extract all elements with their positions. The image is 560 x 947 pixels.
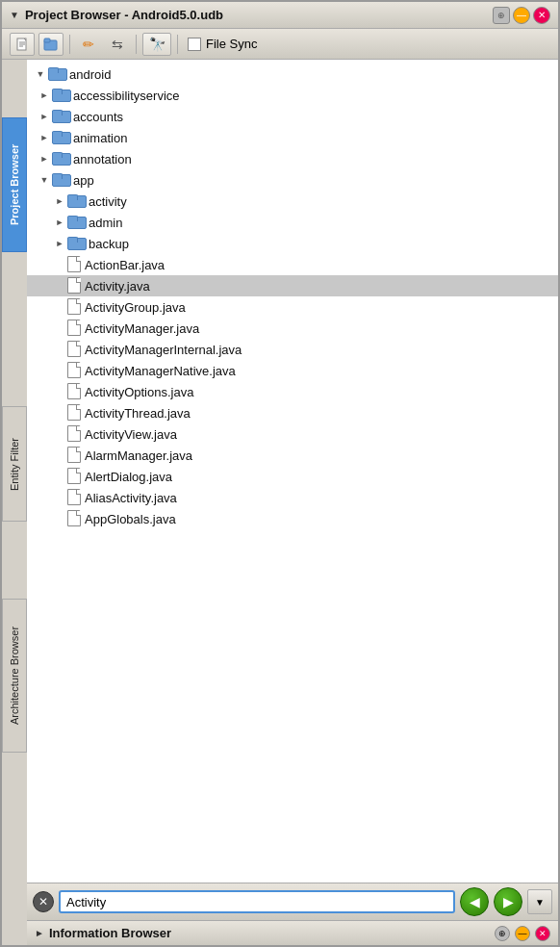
- tree-label-accounts: accounts: [73, 110, 123, 124]
- tree-item-activity-folder[interactable]: ► activity: [27, 191, 558, 212]
- tree-item-accounts[interactable]: ► accounts: [27, 106, 558, 127]
- title-arrow: ▼: [10, 10, 19, 20]
- tree-item-activity-java[interactable]: ► Activity.java: [27, 275, 558, 296]
- window-title: Project Browser - Android5.0.udb: [25, 8, 487, 22]
- open-file-button[interactable]: [38, 33, 64, 56]
- info-icon-1[interactable]: ⊕: [495, 926, 510, 941]
- close-button[interactable]: ✕: [533, 7, 550, 24]
- info-icon-2[interactable]: —: [515, 926, 530, 941]
- tree-label-activitymanager: ActivityManager.java: [85, 321, 199, 336]
- file-icon-actionbar: [67, 257, 81, 272]
- file-icon-activityview: [67, 426, 81, 442]
- tree-label-animation: animation: [73, 131, 127, 145]
- file-icon-aliasactivity: [67, 490, 81, 505]
- tree-item-activityview[interactable]: ► ActivityView.java: [27, 423, 558, 445]
- folder-icon-activity: [67, 194, 85, 208]
- sidebar-item-entity-filter[interactable]: Entity Filter: [2, 406, 27, 522]
- toolbar: ✏ ⇆ 🔭 File Sync: [2, 29, 558, 60]
- folder-icon-admin: [67, 216, 85, 229]
- tree-item-actionbar[interactable]: ► ActionBar.java: [27, 254, 558, 275]
- tree-arrow-admin: ►: [54, 217, 65, 228]
- db-icon-btn[interactable]: ⊕: [493, 7, 510, 24]
- tree-item-activitymanagernative[interactable]: ► ActivityManagerNative.java: [27, 360, 558, 381]
- file-sync-checkbox[interactable]: [188, 38, 201, 51]
- toolbar-sep-2: [136, 35, 137, 54]
- info-browser-title: Information Browser: [49, 926, 490, 940]
- search-button[interactable]: 🔭: [142, 33, 171, 56]
- edit-button[interactable]: ✏: [76, 33, 101, 56]
- left-arrow-icon: ◀: [470, 894, 480, 909]
- tree-label-activitythread: ActivityThread.java: [85, 406, 191, 421]
- tree-item-android[interactable]: ▼ android: [27, 64, 558, 85]
- info-icon-3[interactable]: ✕: [535, 926, 550, 941]
- tree-label-activitymanagerinternal: ActivityManagerInternal.java: [85, 343, 242, 357]
- toolbar-sep-3: [177, 35, 178, 54]
- tree-item-activitymanagerinternal[interactable]: ► ActivityManagerInternal.java: [27, 339, 558, 360]
- prev-nav-button[interactable]: ◀: [460, 887, 489, 916]
- content-area: ▼ android ► accessibilityservice ► accou…: [27, 60, 558, 945]
- tree-item-accessibilityservice[interactable]: ► accessibilityservice: [27, 85, 558, 106]
- tree-label-alarmmanager: AlarmManager.java: [85, 448, 192, 463]
- tree-label-aliasactivity: AliasActivity.java: [85, 491, 177, 505]
- tree-item-annotation[interactable]: ► annotation: [27, 148, 558, 169]
- tree-item-activityoptions[interactable]: ► ActivityOptions.java: [27, 381, 558, 402]
- file-icon-activity-java: [67, 278, 81, 294]
- tree-item-activitythread[interactable]: ► ActivityThread.java: [27, 402, 558, 423]
- cancel-icon: ✕: [38, 895, 48, 909]
- minimize-button[interactable]: —: [513, 7, 530, 24]
- left-tab-panel: Project Browser Entity Filter Architectu…: [2, 60, 27, 945]
- folder-icon-app: [52, 173, 69, 187]
- tree-label-admin: admin: [89, 216, 122, 230]
- tree-item-admin[interactable]: ► admin: [27, 212, 558, 233]
- tree-label-activitygroup: ActivityGroup.java: [85, 300, 186, 315]
- file-icon-activitythread: [67, 405, 81, 421]
- tree-arrow-android: ▼: [35, 68, 46, 80]
- tree-arrow-annotation: ►: [38, 153, 50, 165]
- search-bar: ✕ ◀ ▶ ▼: [27, 883, 558, 920]
- tree-arrow-animation: ►: [38, 132, 50, 143]
- tree-label-alertdialog: AlertDialog.java: [85, 470, 172, 484]
- file-icon-activitymanagernative: [67, 363, 81, 378]
- tree-item-app[interactable]: ▼ app: [27, 169, 558, 191]
- file-icon-alarmmanager: [67, 448, 81, 463]
- toolbar-sep-1: [69, 35, 70, 54]
- folder-icon-animation: [52, 131, 69, 144]
- tree-item-activitygroup[interactable]: ► ActivityGroup.java: [27, 296, 558, 318]
- tree-label-annotation: annotation: [73, 152, 132, 166]
- next-nav-button[interactable]: ▶: [494, 887, 522, 916]
- new-file-button[interactable]: [10, 33, 35, 56]
- tree-item-alertdialog[interactable]: ► AlertDialog.java: [27, 466, 558, 487]
- tree-item-alarmmanager[interactable]: ► AlarmManager.java: [27, 445, 558, 466]
- tree-item-appglobals[interactable]: ► AppGlobals.java: [27, 508, 558, 529]
- chevron-down-icon: ▼: [535, 897, 545, 908]
- file-icon-activitymanager: [67, 320, 81, 336]
- sidebar-item-architecture-browser[interactable]: Architecture Browser: [2, 599, 27, 753]
- compare-button[interactable]: ⇆: [105, 33, 130, 56]
- svg-rect-6: [44, 38, 50, 42]
- tree-label-activityview: ActivityView.java: [85, 427, 177, 442]
- title-bar-icons: ⊕ — ✕: [493, 7, 550, 24]
- tree-label-appglobals: AppGlobals.java: [85, 512, 176, 526]
- info-browser-arrow: ►: [35, 928, 44, 938]
- tree-label-android: android: [69, 67, 111, 82]
- tree-item-activitymanager[interactable]: ► ActivityManager.java: [27, 318, 558, 339]
- more-options-button[interactable]: ▼: [527, 889, 552, 914]
- search-input[interactable]: [59, 890, 455, 913]
- search-cancel-button[interactable]: ✕: [33, 891, 54, 912]
- tree-item-backup[interactable]: ► backup: [27, 233, 558, 254]
- file-sync-label: File Sync: [206, 37, 257, 51]
- sidebar-item-project-browser[interactable]: Project Browser: [2, 117, 27, 252]
- tree-item-animation[interactable]: ► animation: [27, 127, 558, 148]
- tree-view[interactable]: ▼ android ► accessibilityservice ► accou…: [27, 60, 558, 883]
- tree-label-accessibilityservice: accessibilityservice: [73, 89, 180, 103]
- right-arrow-icon: ▶: [503, 894, 514, 909]
- main-window: ▼ Project Browser - Android5.0.udb ⊕ — ✕: [0, 0, 560, 947]
- tree-item-aliasactivity[interactable]: ► AliasActivity.java: [27, 487, 558, 508]
- file-sync-area: File Sync: [188, 37, 257, 51]
- tree-arrow-activity-folder: ►: [54, 195, 65, 207]
- file-icon-activitymanagerinternal: [67, 342, 81, 357]
- folder-icon-accessibilityservice: [52, 89, 69, 102]
- folder-icon-annotation: [52, 152, 69, 166]
- tree-arrow-accounts: ►: [38, 111, 50, 122]
- tree-arrow-app: ▼: [38, 174, 50, 186]
